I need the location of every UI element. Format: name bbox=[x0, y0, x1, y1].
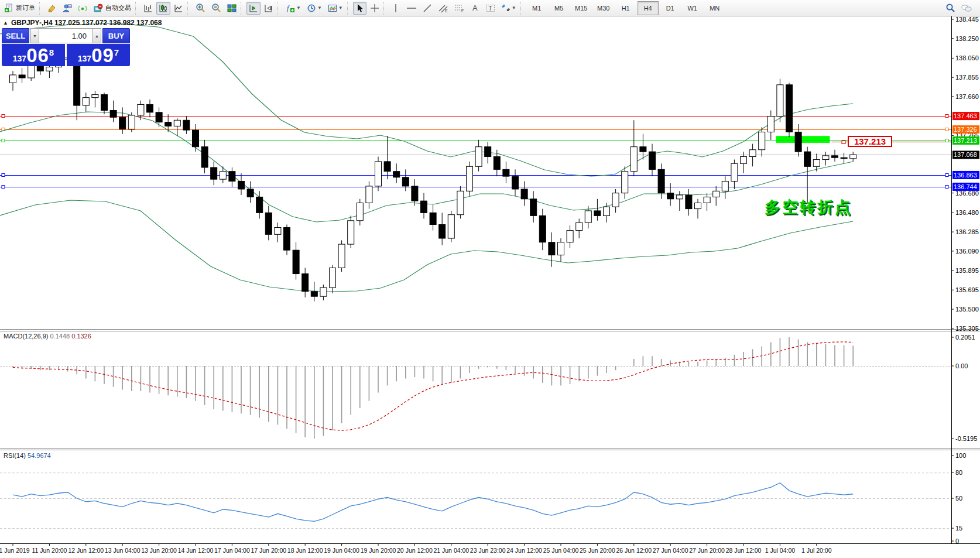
svg-text:135.305: 135.305 bbox=[955, 325, 979, 332]
line-anchor[interactable] bbox=[945, 174, 948, 177]
timeframe-m15[interactable]: M15 bbox=[571, 1, 592, 15]
timeframe-m5[interactable]: M5 bbox=[549, 1, 570, 15]
toolbar-separator bbox=[520, 2, 525, 15]
chevron-down-icon: ▼ bbox=[512, 5, 516, 11]
indicators-button[interactable]: f ▼ bbox=[283, 2, 303, 15]
candle bbox=[101, 95, 108, 111]
search-button[interactable] bbox=[943, 2, 958, 15]
channel-button[interactable]: E bbox=[436, 2, 451, 15]
sell-button[interactable]: SELL bbox=[2, 28, 29, 43]
tile-windows-button[interactable] bbox=[225, 2, 239, 15]
line-chart-button[interactable] bbox=[172, 2, 186, 15]
chart-shift-button[interactable] bbox=[246, 2, 261, 15]
svg-text:26 Jun 12:00: 26 Jun 12:00 bbox=[616, 547, 652, 554]
autotrading-icon bbox=[93, 4, 103, 13]
crosshair-button[interactable] bbox=[368, 2, 382, 15]
chat-button[interactable] bbox=[959, 2, 975, 15]
volume-up-button[interactable]: ▲ bbox=[92, 28, 101, 43]
time-axis[interactable]: 11 Jun 201911 Jun 20:0012 Jun 12:0013 Ju… bbox=[0, 543, 832, 554]
indicators-icon: f bbox=[286, 4, 295, 13]
toolbar-right-group bbox=[943, 2, 975, 15]
line-anchor[interactable] bbox=[945, 186, 948, 189]
symbol-header: ▲ GBPJPY-,H4 137.025 137.072 136.982 137… bbox=[3, 19, 162, 27]
line-anchor[interactable] bbox=[945, 128, 948, 131]
timeframe-h4[interactable]: H4 bbox=[638, 1, 659, 15]
buy-price[interactable]: 137 09 7 bbox=[67, 44, 130, 66]
candle-chart-button[interactable] bbox=[156, 2, 170, 15]
candle bbox=[594, 211, 601, 215]
volume-group: ▼ 1.00 ▲ bbox=[30, 28, 101, 43]
chart-window[interactable]: 138.445138.250138.050137.855137.660137.2… bbox=[0, 16, 980, 558]
buy-button[interactable]: BUY bbox=[102, 28, 130, 43]
zoom-out-button[interactable] bbox=[209, 2, 224, 15]
candle bbox=[46, 67, 53, 71]
timeframe-w1[interactable]: W1 bbox=[682, 1, 703, 15]
candle bbox=[622, 172, 628, 193]
toolbar-separator bbox=[241, 2, 245, 15]
new-order-button[interactable]: 新订单 bbox=[2, 2, 37, 15]
signal-icon bbox=[78, 4, 87, 13]
svg-text:21 Jun 04:00: 21 Jun 04:00 bbox=[433, 547, 469, 554]
svg-text:138.445: 138.445 bbox=[955, 16, 979, 23]
chevron-down-icon: ▼ bbox=[338, 5, 343, 11]
chart-canvas[interactable]: 138.445138.250138.050137.855137.660137.2… bbox=[0, 16, 980, 558]
svg-text:27 Jun 20:00: 27 Jun 20:00 bbox=[689, 547, 725, 554]
periods-button[interactable]: ▼ bbox=[304, 2, 324, 15]
timeframe-mn[interactable]: MN bbox=[704, 1, 725, 15]
candle bbox=[19, 75, 25, 78]
zoom-in-button[interactable] bbox=[193, 2, 208, 15]
candle bbox=[28, 65, 35, 78]
line-anchor[interactable] bbox=[2, 186, 5, 189]
candle bbox=[604, 207, 610, 215]
market-button[interactable] bbox=[60, 2, 74, 15]
chart-note-text[interactable]: 多空转折点 bbox=[765, 197, 852, 218]
candle bbox=[211, 167, 217, 179]
cursor-button[interactable] bbox=[353, 2, 366, 15]
svg-text:137.326: 137.326 bbox=[954, 126, 977, 133]
fibonacci-button[interactable]: F bbox=[452, 2, 467, 15]
timeframe-m1[interactable]: M1 bbox=[526, 1, 547, 15]
line-anchor[interactable] bbox=[2, 139, 5, 142]
chart-autoscroll-button[interactable] bbox=[262, 2, 276, 15]
arrows-button[interactable]: ▼ bbox=[499, 2, 519, 15]
text-button[interactable]: A bbox=[468, 2, 482, 15]
bar-chart-button[interactable] bbox=[141, 2, 155, 15]
trendline-button[interactable] bbox=[420, 2, 434, 15]
horizontal-line-button[interactable] bbox=[404, 2, 419, 15]
line-anchor[interactable] bbox=[945, 139, 948, 142]
price-callout-label[interactable]: 137.213 bbox=[848, 136, 892, 147]
line-anchor[interactable] bbox=[2, 174, 5, 177]
arrows-icon bbox=[501, 4, 510, 13]
signals-button[interactable] bbox=[76, 2, 90, 15]
vertical-line-button[interactable] bbox=[389, 2, 403, 15]
timeframe-h1[interactable]: H1 bbox=[615, 1, 636, 15]
sell-price-point: 8 bbox=[49, 47, 54, 57]
svg-text:135.695: 135.695 bbox=[955, 286, 979, 293]
candle bbox=[238, 182, 245, 189]
svg-text:17 Jun 04:00: 17 Jun 04:00 bbox=[214, 547, 250, 554]
volume-input[interactable]: 1.00 bbox=[39, 28, 92, 43]
candle bbox=[183, 120, 190, 130]
market-icon bbox=[63, 4, 72, 13]
line-anchor[interactable] bbox=[2, 115, 5, 118]
candle bbox=[457, 191, 464, 214]
timeframe-d1[interactable]: D1 bbox=[660, 1, 681, 15]
collapse-panel-arrow[interactable]: ▲ bbox=[3, 20, 8, 26]
svg-text:T: T bbox=[488, 5, 492, 11]
autotrading-button[interactable]: 自动交易 bbox=[91, 2, 133, 15]
label-button[interactable]: T bbox=[483, 2, 498, 15]
profiles-button[interactable] bbox=[45, 2, 59, 15]
highlight-rectangle[interactable] bbox=[776, 136, 830, 143]
timeframe-m30[interactable]: M30 bbox=[593, 1, 614, 15]
sell-price[interactable]: 137 06 8 bbox=[2, 44, 65, 66]
line-anchor[interactable] bbox=[945, 115, 948, 118]
candle bbox=[338, 244, 345, 268]
candle bbox=[348, 221, 354, 244]
svg-text:80: 80 bbox=[955, 469, 962, 476]
candle bbox=[521, 189, 527, 199]
volume-down-button[interactable]: ▼ bbox=[30, 28, 39, 43]
templates-button[interactable]: ▼ bbox=[325, 2, 345, 15]
svg-text:12 Jun 12:00: 12 Jun 12:00 bbox=[68, 547, 104, 554]
svg-text:136.744: 136.744 bbox=[954, 183, 977, 190]
candle bbox=[439, 224, 446, 238]
